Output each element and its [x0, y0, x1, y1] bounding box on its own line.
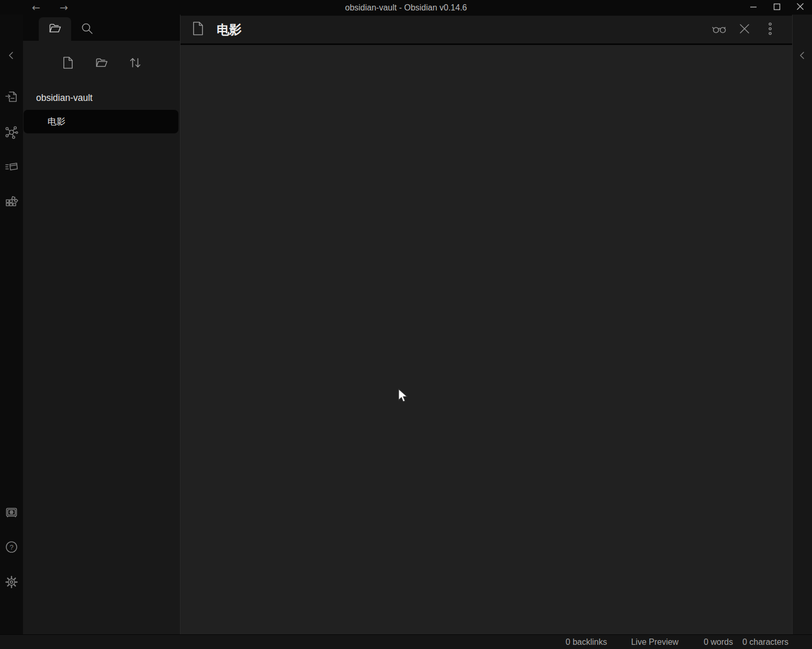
minimize-icon: [750, 3, 757, 12]
note-title: 电影: [217, 21, 242, 38]
gear-icon: [5, 575, 18, 590]
more-options-button[interactable]: [764, 24, 776, 36]
settings-button[interactable]: [4, 575, 19, 590]
close-button[interactable]: [788, 0, 812, 15]
new-folder-icon: [95, 56, 108, 71]
tab-file-explorer[interactable]: [39, 17, 71, 41]
document-icon: [193, 21, 204, 38]
chevron-left-icon: [797, 50, 808, 63]
collapse-left-sidebar-button[interactable]: [4, 49, 19, 63]
window-title: obsidian-vault - Obsidian v0.14.6: [0, 0, 812, 15]
view-header: 电影: [181, 15, 792, 45]
open-vault-button[interactable]: [4, 506, 19, 520]
random-note-icon: [5, 195, 18, 210]
sort-order-button[interactable]: [128, 56, 142, 71]
editor-mode-status[interactable]: Live Preview: [631, 637, 679, 647]
file-item-label: 电影: [48, 116, 65, 128]
view-actions: [713, 24, 776, 36]
folder-icon: [48, 21, 62, 37]
new-folder-button[interactable]: [94, 56, 109, 71]
right-sidebar-collapsed: [792, 15, 812, 634]
sidebar-tab-strip: [23, 15, 180, 41]
command-palette-button[interactable]: [4, 160, 19, 175]
sort-icon: [128, 56, 142, 71]
help-icon: ?: [5, 540, 18, 555]
close-tab-button[interactable]: [738, 24, 751, 36]
help-glyph: ?: [9, 543, 13, 551]
graph-view-button[interactable]: [4, 126, 19, 140]
expand-right-sidebar-button[interactable]: [795, 49, 810, 63]
search-icon: [80, 21, 94, 37]
character-count-status: 0 characters: [742, 637, 788, 647]
chevron-left-icon: [6, 50, 17, 63]
obsidian-window: ← → obsidian-vault - Obsidian v0.14.6: [0, 0, 812, 649]
word-count-status: 0 words: [704, 637, 733, 647]
vault-icon: [5, 506, 18, 521]
left-ribbon: ?: [0, 15, 23, 634]
left-sidebar: obsidian-vault 电影: [23, 15, 180, 634]
workspace: ?: [0, 15, 812, 634]
titlebar: ← → obsidian-vault - Obsidian v0.14.6: [0, 0, 812, 15]
vertical-dots-icon: [768, 22, 773, 37]
status-bar: 0 backlinks Live Preview 0 words 0 chara…: [0, 634, 812, 649]
help-button[interactable]: ?: [4, 540, 19, 555]
explorer-toolbar: [23, 41, 180, 71]
reading-mode-toggle-button[interactable]: [713, 24, 725, 36]
random-note-button[interactable]: [4, 195, 19, 210]
quick-switcher-button[interactable]: [4, 90, 19, 105]
file-explorer-panel: obsidian-vault 电影: [23, 41, 180, 634]
new-note-button[interactable]: [61, 56, 75, 71]
tab-search[interactable]: [75, 17, 98, 41]
editor-pane: 电影: [180, 15, 792, 634]
editor-content[interactable]: [181, 45, 792, 634]
maximize-button[interactable]: [765, 0, 788, 15]
glasses-icon: [712, 21, 726, 38]
maximize-icon: [773, 3, 781, 12]
command-palette-icon: [5, 160, 18, 175]
new-note-icon: [62, 56, 74, 71]
minimize-button[interactable]: [741, 0, 765, 15]
quick-switcher-icon: [5, 90, 18, 105]
backlinks-status[interactable]: 0 backlinks: [566, 637, 607, 647]
vault-title[interactable]: obsidian-vault: [23, 91, 180, 105]
close-tab-icon: [739, 23, 750, 36]
close-icon: [796, 3, 804, 12]
file-item[interactable]: 电影: [24, 110, 178, 133]
window-controls: [741, 0, 812, 15]
graph-view-icon: [5, 126, 18, 141]
